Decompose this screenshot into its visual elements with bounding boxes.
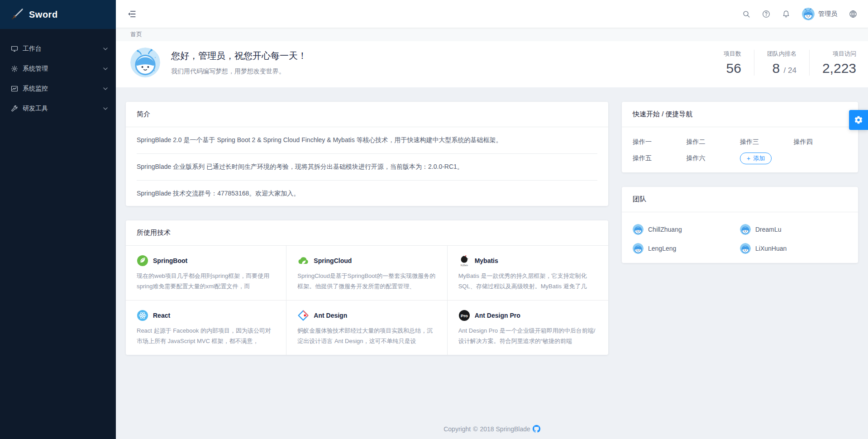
sidebar-item-label: 系统管理 bbox=[23, 65, 103, 73]
svg-text:MyBatis: MyBatis bbox=[460, 264, 468, 267]
tech-desc: 蚂蚁金服体验技术部经过大量的项目实践和总结，沉淀出设计语言 Ant Design… bbox=[297, 326, 436, 347]
sidebar-item-system-monitor[interactable]: 系统监控 bbox=[0, 79, 116, 99]
stat-label: 团队内排名 bbox=[767, 50, 796, 58]
team-member[interactable]: LiXunHuan bbox=[740, 243, 847, 254]
intro-line: SpringBlade 企业版系列 已通过长时间生产环境的考验，现将其拆分出基础… bbox=[137, 154, 597, 181]
wrench-icon bbox=[11, 105, 18, 112]
ant-design-pro-icon: Pro bbox=[458, 310, 470, 321]
intro-card-title: 简介 bbox=[126, 102, 608, 127]
greeting-section: 您好，管理员，祝您开心每一天！ 我们用代码编写梦想，用梦想改变世界。 项目数 5… bbox=[116, 41, 868, 87]
stat-value: 56 bbox=[724, 61, 741, 76]
quick-start-card: 快速开始 / 便捷导航 操作一 操作二 操作三 操作四 操作五 操作六 bbox=[622, 102, 858, 172]
sidebar-item-dev-tools[interactable]: 研发工具 bbox=[0, 99, 116, 119]
stat-team-rank: 团队内排名 8 / 24 bbox=[754, 50, 809, 76]
stat-value: 8 / 24 bbox=[767, 61, 796, 76]
gear-icon bbox=[11, 65, 18, 72]
sidebar-item-workbench[interactable]: 工作台 bbox=[0, 39, 116, 59]
quick-link[interactable]: 操作六 bbox=[687, 154, 740, 162]
tech-card-ant-design-pro: Pro Ant Design Pro Ant Design Pro 是一个企业级… bbox=[448, 301, 608, 355]
stat-value: 2,223 bbox=[822, 61, 856, 76]
sidebar: Sword 工作台 系统管理 bbox=[0, 0, 116, 439]
quick-link[interactable]: 操作四 bbox=[794, 138, 848, 146]
member-avatar bbox=[633, 243, 644, 254]
springcloud-icon bbox=[297, 255, 309, 267]
sidebar-item-system-admin[interactable]: 系统管理 bbox=[0, 59, 116, 79]
team-members: ChillZhuang DreamLu LengLe bbox=[622, 212, 858, 263]
member-name: LiXunHuan bbox=[755, 245, 787, 252]
react-icon bbox=[137, 310, 148, 321]
sidebar-item-label: 系统监控 bbox=[23, 85, 103, 93]
tech-desc: React 起源于 Facebook 的内部项目，因为该公司对市场上所有 Jav… bbox=[137, 326, 275, 347]
member-avatar bbox=[740, 224, 751, 235]
sidebar-item-label: 工作台 bbox=[23, 45, 103, 53]
app-root: Sword 工作台 系统管理 bbox=[0, 0, 868, 439]
sidebar-item-label: 研发工具 bbox=[23, 105, 103, 113]
chart-icon bbox=[11, 85, 18, 92]
intro-line: SpringBlade 技术交流群号：477853168。欢迎大家加入。 bbox=[137, 181, 597, 206]
footer-copyright: Copyright bbox=[444, 425, 471, 433]
stat-visits: 项目访问 2,223 bbox=[809, 50, 858, 76]
tech-name: Ant Design Pro bbox=[475, 312, 520, 319]
team-member[interactable]: ChillZhuang bbox=[633, 224, 740, 235]
sword-logo-icon bbox=[10, 8, 24, 21]
tech-name: React bbox=[153, 312, 170, 319]
chevron-down-icon bbox=[103, 106, 108, 111]
tech-name: SpringCloud bbox=[314, 257, 352, 264]
breadcrumb-home[interactable]: 首页 bbox=[130, 30, 142, 38]
member-name: ChillZhuang bbox=[648, 226, 682, 233]
tech-name: SpringBoot bbox=[153, 257, 187, 264]
stat-projects: 项目数 56 bbox=[711, 50, 754, 76]
quick-link[interactable]: 操作二 bbox=[687, 138, 740, 146]
user-menu[interactable]: 管理员 bbox=[802, 8, 837, 20]
add-button-wrap: + 添加 bbox=[740, 153, 794, 164]
stat-label: 项目访问 bbox=[822, 50, 856, 58]
chevron-down-icon bbox=[103, 86, 108, 91]
tech-grid: SpringBoot 现在的web项目几乎都会用到spring框架，而要使用sp… bbox=[126, 246, 608, 355]
left-column: 简介 SpringBlade 2.0 是一个基于 Spring Boot 2 &… bbox=[126, 102, 608, 355]
greeting-text: 您好，管理员，祝您开心每一天！ 我们用代码编写梦想，用梦想改变世界。 bbox=[171, 50, 307, 76]
greeting-avatar bbox=[130, 48, 160, 77]
globe-icon[interactable] bbox=[849, 10, 857, 18]
search-icon[interactable] bbox=[742, 10, 750, 18]
stat-label: 项目数 bbox=[724, 50, 741, 58]
mybatis-icon: MyBatis bbox=[458, 255, 470, 267]
collapse-menu-icon[interactable] bbox=[127, 8, 138, 20]
tech-card-springcloud: SpringCloud SpringCloud是基于SpringBoot的一整套… bbox=[286, 246, 447, 301]
right-column: 快速开始 / 便捷导航 操作一 操作二 操作三 操作四 操作五 操作六 bbox=[622, 102, 858, 355]
tech-card-react: React React 起源于 Facebook 的内部项目，因为该公司对市场上… bbox=[126, 301, 286, 355]
bell-icon[interactable] bbox=[782, 10, 790, 18]
quick-start-title: 快速开始 / 便捷导航 bbox=[622, 102, 858, 127]
chevron-down-icon bbox=[103, 47, 108, 51]
tech-card-title: 所使用技术 bbox=[126, 220, 608, 246]
logo-text: Sword bbox=[29, 10, 58, 20]
help-icon[interactable] bbox=[762, 10, 770, 18]
main-page: 管理员 首页 您好，管理员，祝您开心每一天！ 我们用代码编写梦想，用梦想改变世界… bbox=[116, 0, 868, 439]
settings-button[interactable] bbox=[849, 110, 868, 130]
ant-design-icon bbox=[297, 310, 309, 321]
springboot-icon bbox=[137, 255, 148, 267]
add-button[interactable]: + 添加 bbox=[740, 153, 772, 164]
tech-desc: 现在的web项目几乎都会用到spring框架，而要使用spring难免需要配置大… bbox=[137, 271, 275, 292]
team-card: 团队 ChillZhuang DreamLu bbox=[622, 187, 858, 263]
chevron-down-icon bbox=[103, 67, 108, 71]
greeting-title: 您好，管理员，祝您开心每一天！ bbox=[171, 50, 307, 62]
gear-icon bbox=[854, 115, 863, 124]
team-member[interactable]: DreamLu bbox=[740, 224, 847, 235]
tech-card: 所使用技术 SpringBoot 现在的web项目几乎都会用到spring框架，… bbox=[126, 220, 608, 355]
footer: Copyright © 2018 SpringBlade bbox=[116, 425, 868, 433]
breadcrumb: 首页 bbox=[116, 28, 868, 41]
team-member[interactable]: LengLeng bbox=[633, 243, 740, 254]
user-avatar bbox=[802, 8, 815, 20]
tech-desc: SpringCloud是基于SpringBoot的一整套实现微服务的框架。他提供… bbox=[297, 271, 436, 292]
tech-desc: MyBatis 是一款优秀的持久层框架，它支持定制化 SQL、存储过程以及高级映… bbox=[458, 271, 597, 292]
intro-card: 简介 SpringBlade 2.0 是一个基于 Spring Boot 2 &… bbox=[126, 102, 608, 206]
quick-link[interactable]: 操作一 bbox=[633, 138, 687, 146]
content: 简介 SpringBlade 2.0 是一个基于 Spring Boot 2 &… bbox=[116, 87, 868, 355]
logo[interactable]: Sword bbox=[0, 0, 116, 29]
quick-link[interactable]: 操作五 bbox=[633, 154, 687, 162]
github-icon[interactable] bbox=[533, 425, 540, 433]
plus-icon: + bbox=[747, 155, 750, 162]
monitor-icon bbox=[11, 45, 18, 52]
quick-link[interactable]: 操作三 bbox=[740, 138, 794, 146]
stat-suffix: / 24 bbox=[784, 66, 796, 75]
